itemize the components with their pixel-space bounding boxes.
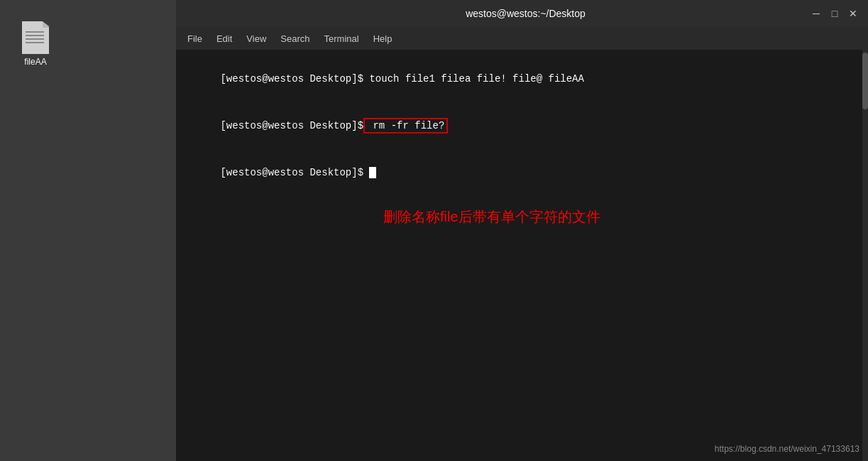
terminal-line-1: [westos@westos Desktop]$ touch file1 fil… bbox=[185, 55, 859, 102]
desktop-icon-fileaa[interactable]: fileAA bbox=[14, 21, 57, 67]
terminal-line-3: [westos@westos Desktop]$ bbox=[185, 149, 859, 196]
desktop: fileAA bbox=[0, 0, 176, 461]
terminal-line-2: [westos@westos Desktop]$ rm -fr file? bbox=[185, 102, 859, 149]
minimize-button[interactable]: ─ bbox=[810, 7, 823, 20]
file-line bbox=[26, 31, 44, 33]
menu-help[interactable]: Help bbox=[368, 31, 398, 47]
highlighted-command: rm -fr file? bbox=[363, 118, 448, 134]
prompt-1: [westos@westos Desktop]$ bbox=[220, 73, 369, 85]
command-1: touch file1 filea file! file@ fileAA bbox=[369, 73, 583, 85]
file-lines bbox=[26, 31, 44, 45]
cursor bbox=[369, 167, 376, 178]
close-button[interactable]: ✕ bbox=[847, 7, 859, 20]
terminal-title: westos@westos:~/Desktop bbox=[241, 8, 810, 19]
file-icon bbox=[22, 21, 49, 54]
menu-bar: File Edit View Search Terminal Help bbox=[176, 27, 868, 50]
menu-view[interactable]: View bbox=[241, 31, 272, 47]
scrollbar-thumb[interactable] bbox=[862, 53, 868, 109]
scrollbar[interactable] bbox=[862, 50, 868, 461]
terminal-window: westos@westos:~/Desktop ─ □ ✕ File Edit … bbox=[176, 0, 868, 461]
menu-search[interactable]: Search bbox=[275, 31, 315, 47]
menu-terminal[interactable]: Terminal bbox=[319, 31, 365, 47]
prompt-2: [westos@westos Desktop]$ bbox=[220, 120, 363, 131]
maximize-button[interactable]: □ bbox=[828, 7, 841, 20]
menu-file[interactable]: File bbox=[182, 31, 208, 47]
file-line bbox=[26, 38, 44, 40]
file-line bbox=[26, 42, 44, 43]
prompt-3: [westos@westos Desktop]$ bbox=[220, 167, 369, 178]
annotation-text: 删除名称file后带有单个字符的文件 bbox=[383, 207, 859, 227]
file-line bbox=[26, 35, 44, 36]
file-icon-label: fileAA bbox=[24, 57, 46, 67]
window-controls: ─ □ ✕ bbox=[810, 7, 859, 20]
terminal-body[interactable]: [westos@westos Desktop]$ touch file1 fil… bbox=[176, 50, 868, 461]
menu-edit[interactable]: Edit bbox=[211, 31, 238, 47]
watermark: https://blog.csdn.net/weixin_47133613 bbox=[715, 444, 859, 454]
title-bar: westos@westos:~/Desktop ─ □ ✕ bbox=[176, 0, 868, 27]
